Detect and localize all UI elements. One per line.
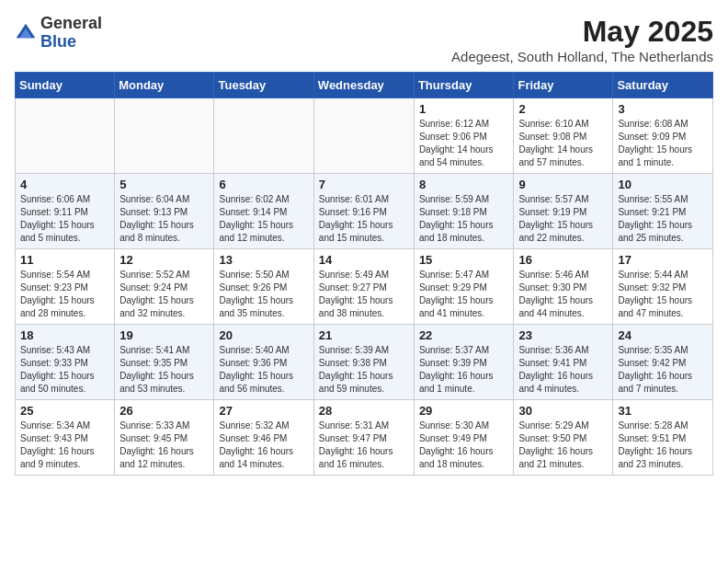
day-number: 19 bbox=[119, 328, 209, 342]
day-info: Sunrise: 5:32 AM Sunset: 9:46 PM Dayligh… bbox=[219, 419, 308, 471]
day-info: Sunrise: 5:41 AM Sunset: 9:35 PM Dayligh… bbox=[119, 344, 209, 396]
day-info: Sunrise: 5:36 AM Sunset: 9:41 PM Dayligh… bbox=[518, 344, 608, 396]
calendar-week-5: 25Sunrise: 5:34 AM Sunset: 9:43 PM Dayli… bbox=[16, 400, 713, 476]
day-info: Sunrise: 5:31 AM Sunset: 9:47 PM Dayligh… bbox=[319, 419, 409, 471]
day-info: Sunrise: 6:06 AM Sunset: 9:11 PM Dayligh… bbox=[20, 193, 109, 245]
logo-blue: Blue bbox=[40, 32, 76, 51]
calendar-cell: 19Sunrise: 5:41 AM Sunset: 9:35 PM Dayli… bbox=[115, 325, 214, 400]
day-info: Sunrise: 6:10 AM Sunset: 9:08 PM Dayligh… bbox=[518, 118, 608, 169]
month-year: May 2025 bbox=[451, 15, 713, 49]
calendar-cell: 15Sunrise: 5:47 AM Sunset: 9:29 PM Dayli… bbox=[414, 249, 514, 325]
day-info: Sunrise: 5:39 AM Sunset: 9:38 PM Dayligh… bbox=[319, 344, 409, 396]
day-info: Sunrise: 5:33 AM Sunset: 9:45 PM Dayligh… bbox=[119, 419, 209, 471]
calendar-cell: 2Sunrise: 6:10 AM Sunset: 9:08 PM Daylig… bbox=[514, 98, 613, 174]
day-number: 15 bbox=[419, 253, 509, 267]
day-info: Sunrise: 5:57 AM Sunset: 9:19 PM Dayligh… bbox=[518, 193, 608, 245]
weekday-tuesday: Tuesday bbox=[214, 73, 313, 98]
page-header: General Blue May 2025 Adegeest, South Ho… bbox=[15, 15, 713, 64]
day-number: 9 bbox=[518, 178, 608, 191]
calendar-cell: 27Sunrise: 5:32 AM Sunset: 9:46 PM Dayli… bbox=[214, 400, 313, 476]
calendar-cell: 5Sunrise: 6:04 AM Sunset: 9:13 PM Daylig… bbox=[115, 174, 214, 249]
calendar-cell: 14Sunrise: 5:49 AM Sunset: 9:27 PM Dayli… bbox=[313, 249, 414, 325]
day-number: 5 bbox=[119, 178, 209, 191]
day-number: 22 bbox=[419, 328, 509, 342]
day-number: 13 bbox=[219, 253, 308, 267]
logo-general: General bbox=[40, 14, 102, 32]
day-number: 27 bbox=[219, 404, 308, 418]
calendar-cell: 29Sunrise: 5:30 AM Sunset: 9:49 PM Dayli… bbox=[414, 400, 514, 476]
calendar-table: SundayMondayTuesdayWednesdayThursdayFrid… bbox=[15, 72, 713, 476]
day-number: 30 bbox=[518, 404, 608, 418]
day-info: Sunrise: 5:44 AM Sunset: 9:32 PM Dayligh… bbox=[618, 269, 708, 320]
calendar-cell: 6Sunrise: 6:02 AM Sunset: 9:14 PM Daylig… bbox=[214, 174, 313, 249]
calendar-cell: 28Sunrise: 5:31 AM Sunset: 9:47 PM Dayli… bbox=[313, 400, 414, 476]
title-block: May 2025 Adegeest, South Holland, The Ne… bbox=[451, 15, 713, 64]
calendar-cell: 11Sunrise: 5:54 AM Sunset: 9:23 PM Dayli… bbox=[16, 249, 115, 325]
logo: General Blue bbox=[15, 15, 102, 52]
weekday-sunday: Sunday bbox=[16, 73, 115, 98]
calendar-cell: 23Sunrise: 5:36 AM Sunset: 9:41 PM Dayli… bbox=[514, 325, 613, 400]
calendar-cell: 31Sunrise: 5:28 AM Sunset: 9:51 PM Dayli… bbox=[613, 400, 713, 476]
calendar-cell: 25Sunrise: 5:34 AM Sunset: 9:43 PM Dayli… bbox=[16, 400, 115, 476]
day-info: Sunrise: 5:40 AM Sunset: 9:36 PM Dayligh… bbox=[219, 344, 308, 396]
day-info: Sunrise: 5:28 AM Sunset: 9:51 PM Dayligh… bbox=[618, 419, 708, 471]
calendar-cell: 12Sunrise: 5:52 AM Sunset: 9:24 PM Dayli… bbox=[115, 249, 214, 325]
location: Adegeest, South Holland, The Netherlands bbox=[451, 49, 713, 64]
calendar-cell bbox=[214, 98, 313, 174]
day-number: 31 bbox=[618, 404, 708, 418]
day-number: 10 bbox=[618, 178, 708, 191]
day-info: Sunrise: 5:35 AM Sunset: 9:42 PM Dayligh… bbox=[618, 344, 708, 396]
calendar-cell bbox=[115, 98, 214, 174]
day-info: Sunrise: 5:43 AM Sunset: 9:33 PM Dayligh… bbox=[20, 344, 109, 396]
day-number: 16 bbox=[518, 253, 608, 267]
weekday-thursday: Thursday bbox=[414, 73, 514, 98]
day-info: Sunrise: 5:54 AM Sunset: 9:23 PM Dayligh… bbox=[20, 269, 109, 320]
calendar-cell bbox=[313, 98, 414, 174]
day-info: Sunrise: 5:47 AM Sunset: 9:29 PM Dayligh… bbox=[419, 269, 509, 320]
day-number: 8 bbox=[419, 178, 509, 191]
day-info: Sunrise: 6:04 AM Sunset: 9:13 PM Dayligh… bbox=[119, 193, 209, 245]
calendar-week-3: 11Sunrise: 5:54 AM Sunset: 9:23 PM Dayli… bbox=[16, 249, 713, 325]
calendar-week-4: 18Sunrise: 5:43 AM Sunset: 9:33 PM Dayli… bbox=[16, 325, 713, 400]
day-number: 25 bbox=[20, 404, 109, 418]
calendar-cell: 7Sunrise: 6:01 AM Sunset: 9:16 PM Daylig… bbox=[313, 174, 414, 249]
day-info: Sunrise: 6:08 AM Sunset: 9:09 PM Dayligh… bbox=[618, 118, 708, 169]
day-number: 7 bbox=[319, 178, 409, 191]
logo-icon bbox=[15, 22, 37, 44]
day-number: 4 bbox=[20, 178, 109, 191]
weekday-saturday: Saturday bbox=[613, 73, 713, 98]
day-number: 3 bbox=[618, 102, 708, 116]
day-info: Sunrise: 5:46 AM Sunset: 9:30 PM Dayligh… bbox=[518, 269, 608, 320]
weekday-wednesday: Wednesday bbox=[313, 73, 414, 98]
day-number: 18 bbox=[20, 328, 109, 342]
calendar-cell: 8Sunrise: 5:59 AM Sunset: 9:18 PM Daylig… bbox=[414, 174, 514, 249]
calendar-cell: 10Sunrise: 5:55 AM Sunset: 9:21 PM Dayli… bbox=[613, 174, 713, 249]
calendar-cell: 13Sunrise: 5:50 AM Sunset: 9:26 PM Dayli… bbox=[214, 249, 313, 325]
calendar-cell: 18Sunrise: 5:43 AM Sunset: 9:33 PM Dayli… bbox=[16, 325, 115, 400]
day-number: 6 bbox=[219, 178, 308, 191]
calendar-cell: 3Sunrise: 6:08 AM Sunset: 9:09 PM Daylig… bbox=[613, 98, 713, 174]
day-info: Sunrise: 5:30 AM Sunset: 9:49 PM Dayligh… bbox=[419, 419, 509, 471]
day-info: Sunrise: 6:01 AM Sunset: 9:16 PM Dayligh… bbox=[319, 193, 409, 245]
day-number: 14 bbox=[319, 253, 409, 267]
day-number: 20 bbox=[219, 328, 308, 342]
day-number: 21 bbox=[319, 328, 409, 342]
day-number: 11 bbox=[20, 253, 109, 267]
calendar-week-2: 4Sunrise: 6:06 AM Sunset: 9:11 PM Daylig… bbox=[16, 174, 713, 249]
calendar-cell: 1Sunrise: 6:12 AM Sunset: 9:06 PM Daylig… bbox=[414, 98, 514, 174]
calendar-cell: 4Sunrise: 6:06 AM Sunset: 9:11 PM Daylig… bbox=[16, 174, 115, 249]
day-info: Sunrise: 5:50 AM Sunset: 9:26 PM Dayligh… bbox=[219, 269, 308, 320]
weekday-friday: Friday bbox=[514, 73, 613, 98]
day-info: Sunrise: 5:34 AM Sunset: 9:43 PM Dayligh… bbox=[20, 419, 109, 471]
calendar-cell: 26Sunrise: 5:33 AM Sunset: 9:45 PM Dayli… bbox=[115, 400, 214, 476]
day-info: Sunrise: 5:55 AM Sunset: 9:21 PM Dayligh… bbox=[618, 193, 708, 245]
day-info: Sunrise: 5:59 AM Sunset: 9:18 PM Dayligh… bbox=[419, 193, 509, 245]
day-number: 17 bbox=[618, 253, 708, 267]
day-info: Sunrise: 6:12 AM Sunset: 9:06 PM Dayligh… bbox=[419, 118, 509, 169]
weekday-monday: Monday bbox=[115, 73, 214, 98]
day-info: Sunrise: 6:02 AM Sunset: 9:14 PM Dayligh… bbox=[219, 193, 308, 245]
calendar-cell: 9Sunrise: 5:57 AM Sunset: 9:19 PM Daylig… bbox=[514, 174, 613, 249]
calendar-cell bbox=[16, 98, 115, 174]
day-number: 23 bbox=[518, 328, 608, 342]
day-number: 29 bbox=[419, 404, 509, 418]
